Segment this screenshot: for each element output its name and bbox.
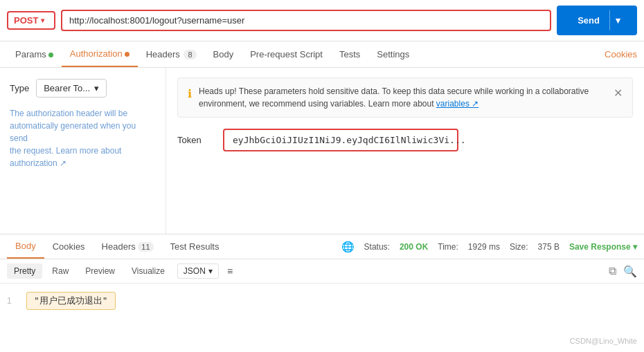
type-select-value: Bearer To... [44, 83, 90, 93]
status-label: Status: [364, 242, 390, 252]
tab-authorization[interactable]: Authorization [62, 41, 138, 67]
format-tab-visualize[interactable]: Visualize [125, 263, 172, 279]
info-icon: ℹ [188, 86, 192, 102]
tab-settings[interactable]: Settings [368, 42, 418, 66]
type-label: Type [10, 83, 29, 93]
token-label: Token [177, 135, 212, 145]
format-tab-raw[interactable]: Raw [45, 263, 75, 279]
tab-headers[interactable]: Headers 8 [138, 42, 205, 66]
response-headers-badge: 11 [138, 242, 153, 252]
format-tab-preview[interactable]: Preview [78, 263, 122, 279]
response-line: 1 "用户已成功退出" [0, 289, 644, 313]
url-bar: POST ▾ Send ▾ [0, 0, 644, 41]
main-content: Type Bearer To... ▾ The authorization he… [0, 68, 644, 234]
type-row: Type Bearer To... ▾ [10, 79, 156, 98]
tab-params[interactable]: Params [7, 42, 62, 66]
response-tab-body[interactable]: Body [7, 234, 44, 259]
send-button[interactable]: Send ▾ [557, 6, 637, 35]
copy-icon[interactable]: ⧉ [609, 265, 616, 278]
search-icon[interactable]: 🔍 [623, 265, 637, 278]
right-panel: ℹ Heads up! These parameters hold sensit… [166, 68, 644, 234]
format-bar: Pretty Raw Preview Visualize JSON ▾ ≡ ⧉ … [0, 259, 644, 284]
method-label: POST [14, 15, 38, 26]
response-tab-bar: Body Cookies Headers 11 Test Results 🌐 S… [0, 234, 644, 259]
size-value: 375 B [538, 242, 560, 252]
watermark: CSDN@Lino_White [570, 337, 637, 345]
format-tab-pretty[interactable]: Pretty [7, 263, 42, 279]
size-label: Size: [510, 242, 528, 252]
tab-tests[interactable]: Tests [331, 42, 368, 66]
tab-body[interactable]: Body [205, 42, 242, 66]
status-bar: 🌐 Status: 200 OK Time: 1929 ms Size: 375… [341, 241, 637, 253]
auth-description: The authorization header will be automat… [10, 107, 156, 169]
type-select[interactable]: Bearer To... ▾ [36, 79, 107, 98]
response-tab-headers[interactable]: Headers 11 [93, 235, 162, 258]
variables-link[interactable]: variables ↗ [436, 99, 478, 109]
globe-icon: 🌐 [341, 241, 355, 253]
send-chevron-icon: ▾ [609, 10, 626, 30]
sort-icon[interactable]: ≡ [227, 266, 233, 277]
line-number: 1 [7, 296, 21, 306]
response-tab-cookies[interactable]: Cookies [44, 235, 93, 258]
token-row: Token eyJhbGciOiJIUzI1NiJ9.eyJqdCI6IlNli… [177, 129, 633, 151]
response-body: 1 "用户已成功退出" [0, 284, 644, 318]
format-right-icons: ⧉ 🔍 [609, 265, 637, 278]
close-icon[interactable]: ✕ [614, 85, 623, 102]
format-chevron-icon: ▾ [208, 266, 213, 276]
headers-badge: 8 [184, 50, 196, 59]
url-input[interactable] [61, 10, 551, 31]
left-panel: Type Bearer To... ▾ The authorization he… [0, 68, 166, 234]
time-value: 1929 ms [468, 242, 500, 252]
info-message: Heads up! These parameters hold sensitiv… [199, 85, 607, 110]
response-tab-test-results[interactable]: Test Results [162, 235, 228, 258]
status-value: 200 OK [400, 242, 428, 252]
method-chevron-icon: ▾ [41, 17, 44, 24]
method-select[interactable]: POST ▾ [7, 11, 55, 30]
save-response-button[interactable]: Save Response ▾ [569, 242, 637, 252]
format-value: JSON [184, 266, 206, 276]
response-value: "用户已成功退出" [26, 292, 116, 310]
send-label: Send [568, 10, 609, 30]
token-input[interactable]: eyJhbGciOiJIUzI1NiJ9.eyJqdCI6IlNliwic3Vi… [223, 129, 458, 151]
tab-pre-request-script[interactable]: Pre-request Script [242, 42, 331, 66]
info-box: ℹ Heads up! These parameters hold sensit… [177, 77, 633, 118]
request-tab-bar: Params Authorization Headers 8 Body Pre-… [0, 41, 644, 68]
type-chevron-icon: ▾ [94, 83, 99, 93]
time-label: Time: [438, 242, 458, 252]
auth-link[interactable]: authorization ↗ [10, 158, 66, 168]
cookies-link[interactable]: Cookies [605, 49, 637, 59]
format-select[interactable]: JSON ▾ [177, 263, 219, 279]
